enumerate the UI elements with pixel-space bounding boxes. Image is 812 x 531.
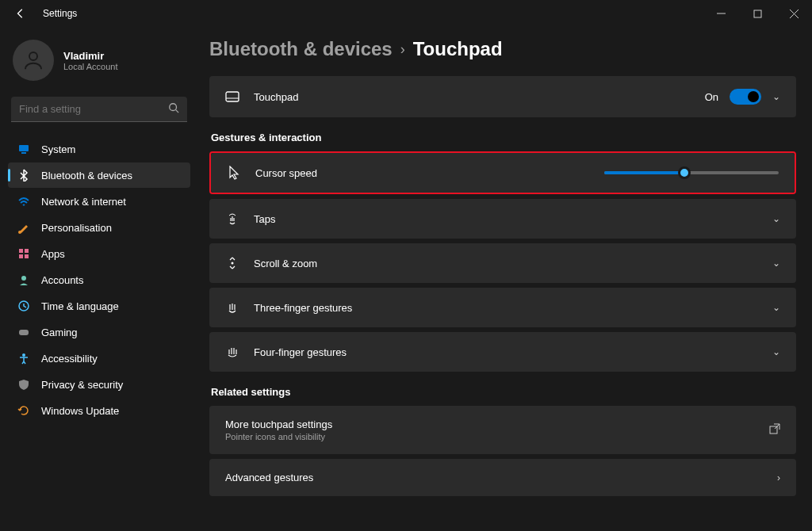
chevron-down-icon: ⌄ [772, 213, 780, 224]
three-finger-icon [225, 300, 239, 315]
close-icon [790, 10, 799, 18]
bluetooth-icon [17, 169, 30, 181]
sidebar-item-time[interactable]: Time & language [8, 293, 190, 319]
advanced-gestures-label: Advanced gestures [225, 472, 777, 483]
person-icon [21, 48, 45, 72]
more-touchpad-settings-row[interactable]: More touchpad settings Pointer icons and… [209, 406, 796, 454]
user-account-type: Local Account [63, 62, 118, 71]
four-finger-row[interactable]: Four-finger gestures ⌄ [209, 332, 796, 372]
scroll-zoom-row[interactable]: Scroll & zoom ⌄ [209, 243, 796, 283]
cursor-speed-label: Cursor speed [255, 167, 604, 179]
user-profile[interactable]: Vladimir Local Account [5, 35, 193, 95]
svg-rect-13 [25, 254, 29, 258]
sidebar-item-system[interactable]: System [8, 136, 190, 162]
scroll-label: Scroll & zoom [254, 258, 772, 269]
svg-point-20 [232, 262, 234, 265]
advanced-gestures-row[interactable]: Advanced gestures › [209, 459, 796, 496]
breadcrumb-parent[interactable]: Bluetooth & devices [209, 38, 393, 60]
svg-point-5 [170, 104, 177, 111]
svg-rect-16 [19, 330, 29, 335]
touchpad-label: Touchpad [254, 91, 705, 103]
svg-rect-12 [19, 254, 23, 258]
back-button[interactable] [13, 6, 29, 21]
accessibility-icon [17, 352, 30, 365]
gestures-section-title: Gestures & interaction [211, 132, 796, 143]
svg-point-17 [22, 353, 25, 357]
three-finger-label: Three-finger gestures [254, 302, 772, 314]
system-icon [17, 143, 30, 155]
chevron-down-icon: ⌄ [772, 346, 780, 357]
chevron-right-icon: › [400, 41, 405, 58]
gaming-icon [17, 326, 30, 338]
open-external-icon [769, 423, 780, 437]
close-button[interactable] [776, 0, 812, 27]
sidebar-item-label: Gaming [41, 327, 78, 338]
window-title: Settings [43, 8, 77, 19]
taps-label: Taps [254, 213, 772, 225]
sidebar-item-label: System [41, 143, 75, 155]
sidebar-item-bluetooth[interactable]: Bluetooth & devices [8, 162, 190, 188]
touchpad-toggle-row[interactable]: Touchpad On ⌄ [209, 76, 796, 117]
three-finger-row[interactable]: Three-finger gestures ⌄ [209, 288, 796, 327]
cursor-speed-highlight: Cursor speed [209, 151, 796, 194]
user-name: Vladimir [63, 50, 118, 62]
svg-point-14 [21, 276, 26, 281]
cursor-speed-slider[interactable] [604, 171, 779, 174]
cursor-speed-row: Cursor speed [211, 153, 795, 193]
chevron-down-icon: ⌄ [772, 302, 780, 313]
sidebar-item-label: Apps [41, 248, 65, 260]
sidebar-item-apps[interactable]: Apps [8, 241, 190, 266]
sidebar-item-privacy[interactable]: Privacy & security [8, 372, 190, 397]
sidebar-item-label: Personalisation [41, 222, 112, 234]
sidebar-item-brush[interactable]: Personalisation [8, 215, 190, 240]
sidebar-item-wifi[interactable]: Network & internet [8, 189, 190, 214]
more-touchpad-label: More touchpad settings [225, 418, 332, 430]
svg-rect-10 [19, 249, 23, 253]
sidebar-item-gaming[interactable]: Gaming [8, 319, 190, 345]
update-icon [17, 404, 30, 417]
avatar [13, 40, 54, 81]
apps-icon [17, 247, 30, 260]
arrow-left-icon [15, 8, 26, 19]
more-touchpad-sub: Pointer icons and visibility [225, 432, 332, 441]
sidebar-item-label: Bluetooth & devices [41, 170, 132, 181]
svg-point-9 [18, 231, 21, 234]
sidebar-item-label: Accounts [41, 274, 83, 286]
sidebar-item-label: Accessibility [41, 353, 98, 365]
sidebar-item-accessibility[interactable]: Accessibility [8, 346, 190, 371]
search-input[interactable] [11, 97, 187, 122]
chevron-right-icon: › [777, 472, 780, 483]
wifi-icon [17, 195, 30, 208]
four-finger-icon [225, 345, 239, 359]
chevron-down-icon: ⌄ [772, 258, 780, 269]
cursor-icon [227, 166, 241, 180]
touchpad-icon [225, 90, 239, 104]
sidebar-item-label: Windows Update [41, 405, 119, 417]
minimize-button[interactable] [703, 0, 739, 27]
privacy-icon [17, 378, 30, 391]
taps-row[interactable]: Taps ⌄ [209, 199, 796, 239]
svg-rect-18 [226, 92, 239, 101]
sidebar-item-label: Network & internet [41, 196, 126, 208]
sidebar-item-accounts[interactable]: Accounts [8, 267, 190, 292]
svg-rect-8 [21, 152, 26, 154]
four-finger-label: Four-finger gestures [254, 346, 772, 358]
maximize-button[interactable] [739, 0, 776, 27]
search-icon [168, 102, 179, 117]
touchpad-toggle[interactable] [730, 89, 761, 105]
sidebar-item-update[interactable]: Windows Update [8, 398, 190, 423]
svg-rect-7 [19, 145, 29, 151]
sidebar-item-label: Privacy & security [41, 379, 123, 391]
touchpad-state-text: On [705, 91, 718, 103]
related-section-title: Related settings [211, 386, 796, 398]
tap-icon [225, 212, 239, 226]
scroll-icon [225, 256, 239, 270]
time-icon [17, 300, 30, 312]
minimize-icon [717, 10, 726, 18]
svg-rect-11 [25, 249, 29, 253]
brush-icon [17, 221, 30, 234]
accounts-icon [17, 273, 30, 286]
chevron-down-icon[interactable]: ⌄ [772, 91, 780, 102]
sidebar-item-label: Time & language [41, 300, 119, 312]
svg-point-4 [29, 52, 37, 60]
